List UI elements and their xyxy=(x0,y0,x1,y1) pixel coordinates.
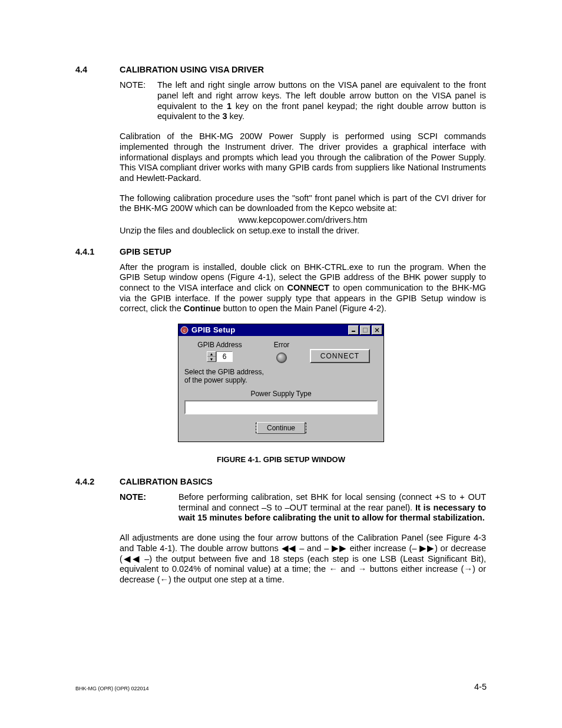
single-right-arrow-icon: → xyxy=(464,564,472,574)
dialog-top-row: GPIB Address ▲ ▼ 6 Error xyxy=(184,341,378,367)
error-label: Error xyxy=(261,341,302,349)
app-icon: c xyxy=(180,325,189,335)
note-block: NOTE: The left and right single arrow bu… xyxy=(120,80,486,122)
dialog-title: GPIB Setup xyxy=(191,325,347,334)
svg-text:c: c xyxy=(183,328,186,333)
svg-rect-3 xyxy=(363,328,368,332)
maximize-button[interactable] xyxy=(360,325,371,335)
note-block: NOTE: Before performing calibration, set… xyxy=(120,492,486,523)
page-footer: BHK-MG (OPR) (OPR) 022014 4-5 xyxy=(75,682,487,691)
error-led-icon xyxy=(276,353,287,363)
section-4-4-body: NOTE: The left and right single arrow bu… xyxy=(120,80,486,226)
section-title: CALIBRATION BASICS xyxy=(120,477,213,486)
document-page: 4.4 CALIBRATION USING VISA DRIVER NOTE: … xyxy=(0,0,562,728)
spinner-up-icon[interactable]: ▲ xyxy=(207,352,216,357)
double-right-arrow-icon: ▶▶ xyxy=(332,543,347,553)
connect-button[interactable]: CONNECT xyxy=(310,349,370,363)
spinner-down-icon[interactable]: ▼ xyxy=(207,357,216,361)
spinner-arrows[interactable]: ▲ ▼ xyxy=(207,351,216,362)
note-text: The left and right single arrow buttons … xyxy=(157,80,486,122)
window-controls xyxy=(347,325,382,335)
section-4-4-header: 4.4 CALIBRATION USING VISA DRIVER xyxy=(75,65,487,74)
paragraph: Unzip the files and doubleclick on setup… xyxy=(120,226,487,236)
double-right-arrow-icon: ▶▶ xyxy=(419,543,435,553)
double-left-arrow-icon: ◀◀ xyxy=(282,543,297,553)
section-title: GPIB SETUP xyxy=(120,247,171,256)
section-4-4-2-body: NOTE: Before performing calibration, set… xyxy=(120,492,486,585)
paragraph: Calibration of the BHK-MG 200W Power Sup… xyxy=(120,131,486,183)
paragraph: The following calibration procedure uses… xyxy=(120,193,486,214)
section-number: 4.4 xyxy=(75,65,120,74)
single-left-arrow-icon: ← xyxy=(329,564,338,574)
note-label: NOTE: xyxy=(120,80,157,122)
power-supply-type-label: Power Supply Type xyxy=(184,390,378,398)
dialog-body: GPIB Address ▲ ▼ 6 Error xyxy=(178,336,384,442)
page-number: 4-5 xyxy=(474,682,487,691)
gpib-address-label: GPIB Address xyxy=(184,341,255,349)
note-label: NOTE: xyxy=(120,492,178,523)
gpib-setup-dialog: c GPIB Setup GPIB Address ▲ xyxy=(178,324,384,442)
section-title: CALIBRATION USING VISA DRIVER xyxy=(120,65,264,74)
close-button[interactable] xyxy=(372,325,382,335)
url-line: www.kepcopower.com/drivers.htm xyxy=(120,215,486,226)
paragraph: All adjustments are done using the four … xyxy=(120,533,486,585)
section-number: 4.4.2 xyxy=(75,477,120,486)
select-address-text: Select the GPIB address, of the power su… xyxy=(184,368,378,385)
error-column: Error xyxy=(261,341,302,367)
section-4-4-1-body: After the program is installed, double c… xyxy=(120,262,486,314)
figure-gpib-setup: c GPIB Setup GPIB Address ▲ xyxy=(178,324,384,442)
continue-button-focus: Continue xyxy=(256,423,306,433)
note-text: Before performing calibration, set BHK f… xyxy=(178,492,486,523)
gpib-address-column: GPIB Address ▲ ▼ 6 xyxy=(184,341,255,364)
paragraph: After the program is installed, double c… xyxy=(120,262,486,314)
single-left-arrow-icon: ← xyxy=(160,575,169,584)
gpib-address-spinner[interactable]: ▲ ▼ 6 xyxy=(207,351,233,362)
dialog-titlebar: c GPIB Setup xyxy=(178,324,384,336)
section-4-4-1-header: 4.4.1 GPIB SETUP xyxy=(75,247,487,256)
figure-caption: FIGURE 4-1. GPIB SETUP WINDOW xyxy=(75,455,487,464)
power-supply-type-field[interactable] xyxy=(184,400,378,414)
gpib-address-value[interactable]: 6 xyxy=(216,351,233,362)
footer-left-text: BHK-MG (OPR) (OPR) 022014 xyxy=(75,686,149,691)
single-right-arrow-icon: → xyxy=(358,564,367,574)
double-left-arrow-icon: ◀◀ xyxy=(123,554,141,564)
section-number: 4.4.1 xyxy=(75,247,120,256)
connect-column: CONNECT xyxy=(302,341,378,363)
continue-button-wrap: Continue xyxy=(184,423,378,433)
continue-button[interactable]: Continue xyxy=(257,422,305,434)
section-4-4-2-header: 4.4.2 CALIBRATION BASICS xyxy=(75,477,487,486)
minimize-button[interactable] xyxy=(348,325,359,335)
